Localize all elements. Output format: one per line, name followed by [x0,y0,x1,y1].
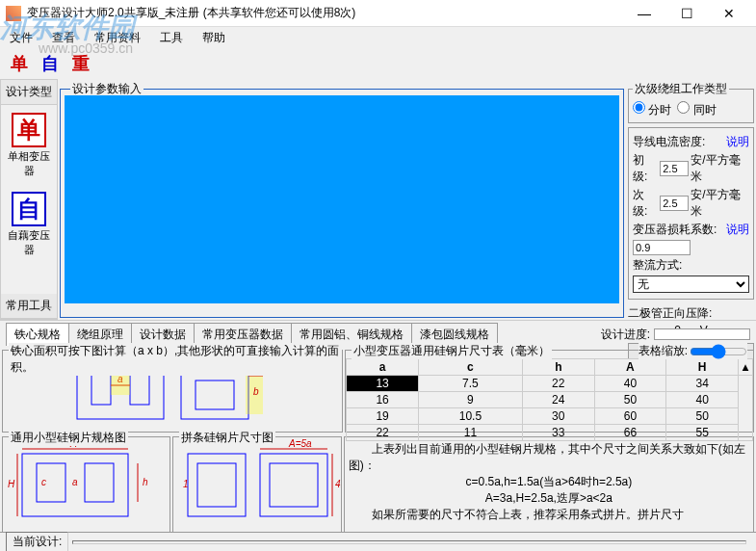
design-canvas[interactable] [65,95,619,303]
unit: 安/平方毫米 [691,187,749,220]
status-current-design: 当前设计: [6,532,68,551]
col-c[interactable]: c [418,359,522,376]
right-panel: 次级绕组工作类型 分时 同时 导线电流密度: 说明 初级: 安/平方毫米 次级:… [626,79,756,320]
svg-rect-6 [181,371,248,419]
secondary-input[interactable] [660,196,689,211]
svg-text:h: h [143,477,148,487]
window-title: 变压器设计大师2.0共享版_未注册 (本共享软件您还可以使用8次) [27,5,623,21]
svg-text:b: b [253,386,259,397]
note-line: 上表列出目前通用的小型硅钢片规格，其中个尺寸之间关系大致如下(如左图)： [349,441,749,474]
svg-text:1: 1 [183,479,189,489]
current-density-group: 导线电流密度: 说明 初级: 安/平方毫米 次级: 安/平方毫米 变压器损耗系数… [628,127,754,300]
menu-view[interactable]: 查看 [46,28,81,48]
tool-single[interactable]: 单 [6,50,33,77]
size-table-panel: 小型变压器通用硅钢片尺寸表（毫米） 表格缩放: a c h A H ▴ 137.… [345,350,754,433]
radio-timeshare[interactable]: 分时 [633,101,671,118]
core-area-panel: 铁心面积可按下图计算（a x b）,其他形状的可直接输入计算的面积。 a b [2,350,343,433]
svg-text:A=5a: A=5a [288,439,312,449]
explain-link[interactable]: 说明 [726,134,749,150]
statusbar: 当前设计: [0,532,756,551]
group-title: 次级绕组工作类型 [633,81,729,97]
rect-select[interactable]: 无 [633,276,749,293]
col-H[interactable]: H [666,359,739,376]
note-line: c=0.5a,h=1.5a(当a>64时h=2.5a) [349,474,749,490]
toolbar: 单 自 重 [0,48,756,79]
canvas-frame: 设计参数输入 [60,81,624,318]
status-content [72,540,746,544]
scroll-up[interactable]: ▴ [739,359,753,376]
titlebar: 变压器设计大师2.0共享版_未注册 (本共享软件您还可以使用8次) — ☐ ✕ [0,0,756,27]
single-phase-icon: 单 [12,113,46,147]
sidebar-tab-design[interactable]: 设计类型 [1,80,57,105]
spec-diagram-panel: 通用小型硅钢片规格图 A H h ca [2,436,170,538]
svg-text:H: H [8,479,15,489]
strip-diagram-panel: 拼条硅钢片尺寸图 1 A=5a 4.2a [172,436,341,538]
sidebar-item-label: 单相变压器 [5,149,53,178]
panel-title: 通用小型硅钢片规格图 [9,430,128,446]
scrollbar[interactable] [739,376,753,441]
svg-rect-26 [270,463,318,507]
svg-rect-5 [111,376,130,395]
radio-simultaneous[interactable]: 同时 [677,101,716,118]
tool-auto[interactable]: 自 [37,50,64,77]
unit: 安/平方毫米 [691,152,749,185]
close-button[interactable]: ✕ [708,1,750,26]
diode-label: 二极管正向压降: [628,305,712,322]
app-icon [6,6,21,21]
primary-input[interactable] [660,161,689,176]
zoom-label: 表格缩放: [639,343,688,359]
sidebar-item-auto[interactable]: 自 自藕变压器 [1,184,57,263]
rect-label: 整流方式: [633,257,682,274]
strip-diagram: 1 A=5a 4.2a [173,439,340,526]
svg-rect-23 [197,463,236,507]
canvas-title: 设计参数输入 [70,81,143,97]
menu-tools[interactable]: 工具 [154,28,189,48]
progress-label: 设计进度: [601,327,650,343]
loss-input[interactable] [633,240,691,255]
primary-label: 初级: [633,152,658,185]
sidebar: 设计类型 单 单相变压器 自 自藕变压器 常用工具 [0,79,58,320]
col-a[interactable]: a [347,359,419,376]
table-row[interactable]: 169245040 [347,392,753,408]
maximize-button[interactable]: ☐ [665,1,708,26]
note-line: 如果所需要的尺寸不符合上表，推荐采用条式拼片。拼片尺寸 [349,507,749,523]
menubar: 文件 查看 常用资料 工具 帮助 [0,27,756,48]
winding-type-group: 次级绕组工作类型 分时 同时 [628,81,754,123]
svg-text:c: c [41,477,46,487]
menu-help[interactable]: 帮助 [196,28,231,48]
notes-panel: 上表列出目前通用的小型硅钢片规格，其中个尺寸之间关系大致如下(如左图)： c=0… [344,436,754,538]
sidebar-item-single[interactable]: 单 单相变压器 [1,105,57,184]
density-label: 导线电流密度: [633,134,705,150]
auto-transformer-icon: 自 [12,192,46,226]
loss-label: 变压器损耗系数: [633,222,717,238]
spec-diagram: A H h ca [3,439,169,526]
explain-link[interactable]: 说明 [726,222,749,238]
svg-rect-13 [85,463,114,502]
table-row[interactable]: 1910.5306050 [347,408,753,425]
sidebar-item-label: 自藕变压器 [5,228,53,257]
table-row[interactable]: 137.5224034 [347,376,753,392]
col-A[interactable]: A [594,359,666,376]
note-line: A=3a,H=2.5a,迭厚>a<2a [349,490,749,507]
menu-data[interactable]: 常用资料 [89,28,146,48]
col-h[interactable]: h [522,359,594,376]
sidebar-tab-tools[interactable]: 常用工具 [1,294,57,319]
size-table[interactable]: a c h A H ▴ 137.5224034 169245040 1910.5… [346,358,753,441]
panel-title: 铁心面积可按下图计算（a x b）,其他形状的可直接输入计算的面积。 [9,343,342,376]
minimize-button[interactable]: — [623,1,665,26]
secondary-label: 次级: [633,187,658,220]
tool-reset[interactable]: 重 [67,50,94,77]
panel-title: 拼条硅钢片尺寸图 [179,430,275,446]
table-title: 小型变压器通用硅钢片尺寸表（毫米） [352,343,552,359]
progress-bar [654,328,750,340]
table-row[interactable]: 2211336655 [347,425,753,441]
svg-rect-7 [196,380,234,409]
menu-file[interactable]: 文件 [4,28,39,48]
svg-text:4.2a: 4.2a [335,479,340,489]
zoom-slider[interactable] [690,344,747,359]
svg-text:a: a [72,477,78,487]
